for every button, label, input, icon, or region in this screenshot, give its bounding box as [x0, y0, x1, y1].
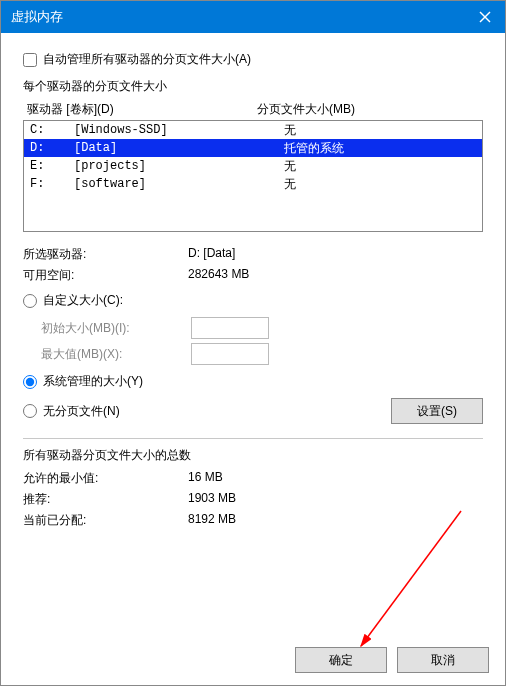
free-space-row: 可用空间: 282643 MB [23, 267, 483, 284]
cancel-button[interactable]: 取消 [397, 647, 489, 673]
drive-letter: F: [30, 177, 74, 191]
header-size: 分页文件大小(MB) [257, 101, 479, 118]
free-space-value: 282643 MB [188, 267, 483, 284]
separator [23, 438, 483, 439]
window-title: 虚拟内存 [11, 8, 465, 26]
drive-size: 无 [284, 122, 476, 139]
per-drive-label: 每个驱动器的分页文件大小 [23, 78, 483, 95]
drive-row[interactable]: E:[projects]无 [24, 157, 482, 175]
drive-letter: D: [30, 141, 74, 155]
allocated-row: 当前已分配: 8192 MB [23, 512, 483, 529]
recommend-value: 1903 MB [188, 491, 483, 508]
max-size-input[interactable] [191, 343, 269, 365]
totals-label: 所有驱动器分页文件大小的总数 [23, 447, 483, 464]
drive-size: 无 [284, 176, 476, 193]
selected-drive-value: D: [Data] [188, 246, 483, 263]
drive-label: [Data] [74, 141, 284, 155]
dialog-footer: 确定 取消 [295, 647, 489, 673]
system-managed-label: 系统管理的大小(Y) [43, 373, 143, 390]
custom-size-label: 自定义大小(C): [43, 292, 123, 309]
no-paging-input[interactable] [23, 404, 37, 418]
no-paging-radio[interactable]: 无分页文件(N) [23, 403, 120, 420]
min-value: 16 MB [188, 470, 483, 487]
no-paging-label: 无分页文件(N) [43, 403, 120, 420]
selected-drive-row: 所选驱动器: D: [Data] [23, 246, 483, 263]
custom-size-input[interactable] [23, 294, 37, 308]
min-label: 允许的最小值: [23, 470, 188, 487]
initial-size-label: 初始大小(MB)(I): [41, 320, 191, 337]
drive-size: 无 [284, 158, 476, 175]
system-managed-input[interactable] [23, 375, 37, 389]
close-button[interactable] [465, 1, 505, 33]
initial-size-input[interactable] [191, 317, 269, 339]
set-button[interactable]: 设置(S) [391, 398, 483, 424]
allocated-label: 当前已分配: [23, 512, 188, 529]
recommend-row: 推荐: 1903 MB [23, 491, 483, 508]
free-space-label: 可用空间: [23, 267, 188, 284]
custom-size-radio[interactable]: 自定义大小(C): [23, 292, 483, 309]
drive-letter: C: [30, 123, 74, 137]
titlebar: 虚拟内存 [1, 1, 505, 33]
drive-listbox[interactable]: C:[Windows-SSD]无D:[Data]托管的系统E:[projects… [23, 120, 483, 232]
system-managed-radio[interactable]: 系统管理的大小(Y) [23, 373, 483, 390]
allocated-value: 8192 MB [188, 512, 483, 529]
selected-drive-label: 所选驱动器: [23, 246, 188, 263]
drive-row[interactable]: C:[Windows-SSD]无 [24, 121, 482, 139]
header-drive: 驱动器 [卷标](D) [27, 101, 257, 118]
drive-label: [software] [74, 177, 284, 191]
auto-manage-checkbox[interactable]: 自动管理所有驱动器的分页文件大小(A) [23, 51, 483, 68]
drive-label: [projects] [74, 159, 284, 173]
close-icon [479, 11, 491, 23]
min-row: 允许的最小值: 16 MB [23, 470, 483, 487]
drive-size: 托管的系统 [284, 140, 476, 157]
initial-size-row: 初始大小(MB)(I): [41, 317, 483, 339]
auto-manage-label: 自动管理所有驱动器的分页文件大小(A) [43, 51, 251, 68]
drive-list-header: 驱动器 [卷标](D) 分页文件大小(MB) [23, 101, 483, 120]
drive-letter: E: [30, 159, 74, 173]
recommend-label: 推荐: [23, 491, 188, 508]
auto-manage-input[interactable] [23, 53, 37, 67]
max-size-row: 最大值(MB)(X): [41, 343, 483, 365]
ok-button[interactable]: 确定 [295, 647, 387, 673]
drive-label: [Windows-SSD] [74, 123, 284, 137]
drive-row[interactable]: D:[Data]托管的系统 [24, 139, 482, 157]
max-size-label: 最大值(MB)(X): [41, 346, 191, 363]
drive-row[interactable]: F:[software]无 [24, 175, 482, 193]
